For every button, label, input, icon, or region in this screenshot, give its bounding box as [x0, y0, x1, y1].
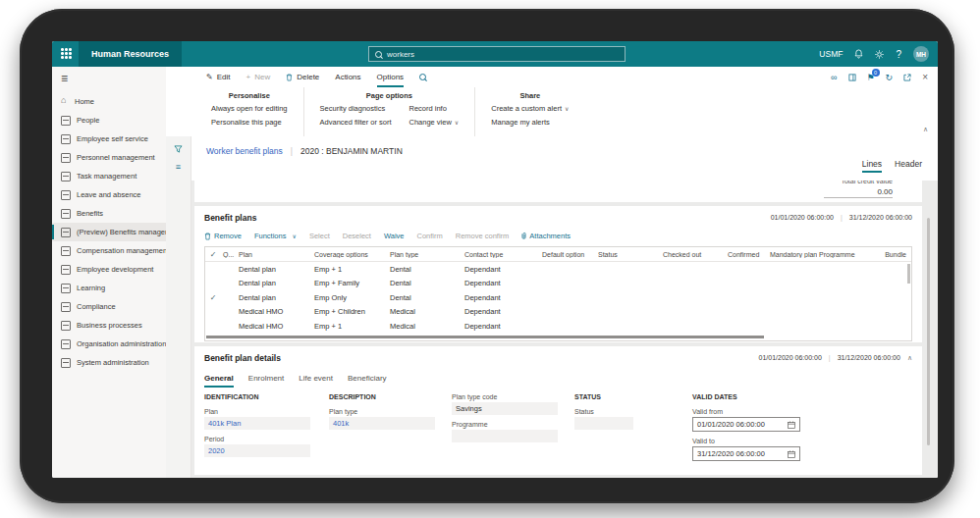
column-header[interactable]: Checked out: [661, 251, 726, 258]
chevron-down-icon: ∨: [455, 120, 459, 126]
calendar-icon[interactable]: [788, 450, 795, 458]
column-header[interactable]: Bundle: [883, 251, 911, 258]
security-diagnostics-button[interactable]: Security diagnostics: [320, 104, 392, 113]
open-in-new-window-icon[interactable]: [903, 74, 911, 81]
delete-button[interactable]: Delete: [286, 67, 319, 87]
table-row[interactable]: Medical HMO Emp + Children Medical Depen…: [205, 305, 911, 320]
remove-confirm-button[interactable]: Remove confirm: [456, 232, 510, 240]
table-row-selected[interactable]: ✓ Dental plan Emp Only Dental Dependant: [205, 290, 911, 305]
sidebar-item-organisation-administration[interactable]: Organisation administration: [52, 335, 166, 353]
change-view-button[interactable]: Change view∨: [409, 118, 460, 127]
page-title-link[interactable]: Worker benefit plans: [206, 146, 283, 156]
select-button[interactable]: Select: [309, 232, 330, 240]
column-header[interactable]: Plan: [237, 251, 312, 258]
valid-to-field[interactable]: 31/12/2020 06:00:00: [692, 446, 800, 461]
attachments-button[interactable]: Attachments: [521, 232, 571, 240]
filter-icon[interactable]: [174, 145, 183, 153]
refresh-icon[interactable]: ↻: [886, 73, 894, 82]
edit-button[interactable]: ✎Edit: [206, 67, 231, 87]
personalise-this-page-button[interactable]: Personalise this page: [211, 118, 288, 127]
sidebar-item-people[interactable]: People: [52, 111, 166, 130]
company-selector[interactable]: USMF: [819, 49, 843, 59]
valid-from-field[interactable]: 01/01/2020 06:00:00: [692, 417, 800, 432]
horizontal-scrollbar[interactable]: [206, 336, 764, 338]
gear-icon[interactable]: [875, 50, 884, 59]
waive-button[interactable]: Waive: [384, 232, 405, 240]
create-custom-alert-button[interactable]: Create a custom alert∨: [491, 104, 569, 113]
bell-icon[interactable]: [854, 49, 863, 59]
tab-lines[interactable]: Lines: [862, 159, 882, 173]
new-button[interactable]: +New: [246, 67, 271, 87]
column-header[interactable]: Confirmed: [726, 251, 768, 258]
sidebar-item-leave-and-absence[interactable]: Leave and absence: [52, 185, 166, 204]
select-all-icon[interactable]: ✓: [210, 250, 217, 259]
benefit-plan-details-section: Benefit plan details 01/01/2020 06:00:00…: [194, 346, 922, 475]
sidebar-item-home[interactable]: Home: [52, 92, 166, 111]
tab-enrolment[interactable]: Enrolment: [248, 374, 284, 388]
period-field[interactable]: 2020: [204, 444, 310, 457]
table-row[interactable]: Dental plan Emp + Family Dental Dependan…: [205, 277, 911, 291]
plan-field[interactable]: 401k Plan: [204, 417, 310, 430]
grid-toolbar: Remove Functions∨ Select Deselect Waive …: [204, 229, 912, 243]
collapse-section-icon[interactable]: ∧: [907, 354, 912, 362]
plan-type-field[interactable]: 401k: [329, 417, 435, 430]
hamburger-icon[interactable]: ≡: [61, 72, 166, 85]
help-icon[interactable]: ?: [896, 49, 901, 60]
advanced-filter-or-sort-button[interactable]: Advanced filter or sort: [320, 118, 392, 127]
column-header[interactable]: Contact type: [463, 251, 540, 258]
sidebar-item-task-management[interactable]: Task management: [52, 167, 166, 185]
manage-my-alerts-button[interactable]: Manage my alerts: [491, 118, 569, 127]
sidebar-item-compliance[interactable]: Compliance: [52, 297, 166, 316]
global-search-input[interactable]: workers: [368, 46, 626, 62]
column-header[interactable]: Default option: [540, 251, 596, 258]
options-menu-button[interactable]: Options: [377, 67, 405, 87]
functions-menu-button[interactable]: Functions∨: [254, 232, 297, 240]
remove-button[interactable]: Remove: [204, 232, 242, 240]
table-row[interactable]: Medical HMO Emp + 1 Medical Dependant: [205, 319, 911, 334]
column-header[interactable]: Mandatory plan: [768, 251, 817, 258]
column-header[interactable]: Plan type: [388, 251, 463, 258]
vertical-scrollbar[interactable]: [927, 218, 930, 445]
status-field[interactable]: [574, 417, 633, 430]
notifications-flag-icon[interactable]: ⚑0: [867, 73, 875, 82]
waffle-icon[interactable]: [61, 48, 72, 59]
sidebar-item-learning[interactable]: Learning: [52, 279, 166, 297]
deselect-button[interactable]: Deselect: [343, 232, 371, 240]
plan-type-code-field[interactable]: Savings: [452, 402, 558, 415]
always-open-for-editing-button[interactable]: Always open for editing: [211, 104, 288, 113]
sidebar-item-personnel-management[interactable]: Personnel management: [52, 148, 166, 167]
tab-beneficiary[interactable]: Beneficiary: [348, 374, 387, 388]
column-header[interactable]: Status: [596, 251, 661, 258]
sidebar-item-system-administration[interactable]: System administration: [52, 353, 166, 372]
grid-vertical-scrollbar[interactable]: [907, 264, 910, 284]
task-pane-icon[interactable]: [848, 74, 856, 81]
sidebar-item-business-processes[interactable]: Business processes: [52, 316, 166, 335]
tab-life-event[interactable]: Life event: [299, 374, 333, 388]
tab-header[interactable]: Header: [895, 159, 922, 173]
programme-field[interactable]: [452, 430, 558, 442]
collapse-ribbon-icon[interactable]: ∧: [923, 126, 928, 133]
total-credit-value-field[interactable]: 0.00: [824, 187, 893, 198]
avatar[interactable]: MH: [913, 46, 929, 62]
sidebar-item-employee-self-service[interactable]: Employee self service: [52, 130, 166, 148]
section-title[interactable]: Benefit plan details: [204, 353, 281, 363]
calendar-icon[interactable]: [788, 421, 795, 429]
sidebar-item-compensation-management[interactable]: Compensation management: [52, 241, 166, 260]
app-title[interactable]: Human Resources: [79, 41, 182, 67]
sidebar-item-benefits-management[interactable]: (Preview) Benefits management: [52, 223, 166, 241]
sidebar-item-benefits[interactable]: Benefits: [52, 204, 166, 223]
link-icon[interactable]: ∞: [831, 73, 837, 82]
table-row[interactable]: Dental plan Emp + 1 Dental Dependant: [205, 262, 911, 277]
expand-pane-icon[interactable]: ≡: [176, 164, 181, 171]
commandbar-search-button[interactable]: [419, 67, 426, 87]
tab-general[interactable]: General: [204, 374, 234, 388]
column-header[interactable]: Programme: [817, 251, 886, 258]
section-title[interactable]: Benefit plans: [204, 213, 256, 223]
column-header[interactable]: Q...: [221, 251, 237, 258]
sidebar-item-employee-development[interactable]: Employee development: [52, 260, 166, 279]
record-info-button[interactable]: Record info: [409, 104, 460, 113]
close-icon[interactable]: ×: [922, 72, 928, 82]
column-header[interactable]: Coverage options: [312, 251, 388, 258]
actions-menu-button[interactable]: Actions: [335, 67, 360, 87]
confirm-button[interactable]: Confirm: [416, 232, 442, 240]
